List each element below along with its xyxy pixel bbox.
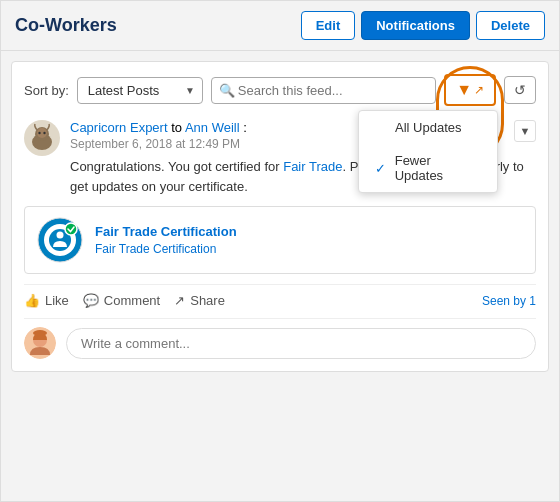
- seen-by-label: Seen by 1: [482, 294, 536, 308]
- refresh-button[interactable]: ↺: [504, 76, 536, 104]
- header-actions: Edit Notifications Delete: [301, 11, 545, 40]
- attachment-subtitle: Fair Trade Certification: [95, 242, 237, 256]
- header: Co-Workers Edit Notifications Delete: [1, 1, 559, 51]
- post-recipient-link[interactable]: Ann Weill: [185, 120, 240, 135]
- actions-bar: 👍 Like 💬 Comment ↗ Share Seen by 1: [24, 284, 536, 308]
- edit-button[interactable]: Edit: [301, 11, 356, 40]
- page-title: Co-Workers: [15, 15, 117, 36]
- checkmark-icon: [375, 120, 389, 135]
- main-content: Sort by: Latest Posts Recent Activity Mo…: [11, 61, 549, 372]
- attachment-card: Fair Trade Certification Fair Trade Cert…: [24, 206, 536, 274]
- post-recipient-colon: :: [243, 120, 247, 135]
- share-button[interactable]: ↗ Share: [174, 293, 225, 308]
- svg-point-13: [33, 330, 47, 336]
- svg-point-5: [43, 132, 45, 134]
- share-label: Share: [190, 293, 225, 308]
- sort-label: Sort by:: [24, 83, 69, 98]
- notifications-button[interactable]: Notifications: [361, 11, 470, 40]
- like-button[interactable]: 👍 Like: [24, 293, 69, 308]
- checked-icon: ✓: [375, 161, 389, 176]
- refresh-icon: ↺: [514, 82, 526, 98]
- fair-trade-link[interactable]: Fair Trade: [283, 159, 342, 174]
- sort-select-wrapper: Latest Posts Recent Activity Most Popula…: [77, 77, 203, 104]
- share-icon: ↗: [174, 293, 185, 308]
- like-label: Like: [45, 293, 69, 308]
- filter-fewer-updates[interactable]: ✓ Fewer Updates: [359, 144, 497, 192]
- attachment-logo: [37, 217, 83, 263]
- delete-button[interactable]: Delete: [476, 11, 545, 40]
- sort-row: Sort by: Latest Posts Recent Activity Mo…: [24, 74, 536, 106]
- filter-dropdown-area: ▼ ↗ All Updates ✓ Fewer Updates: [444, 74, 496, 106]
- chevron-down-icon: ▼: [520, 125, 531, 137]
- svg-point-9: [57, 232, 64, 239]
- attachment-info: Fair Trade Certification Fair Trade Cert…: [95, 224, 237, 256]
- all-updates-label: All Updates: [395, 120, 461, 135]
- page-wrapper: Co-Workers Edit Notifications Delete Sor…: [0, 0, 560, 502]
- sort-select[interactable]: Latest Posts Recent Activity Most Popula…: [77, 77, 203, 104]
- filter-icon: ▼: [456, 81, 472, 99]
- post-author-link[interactable]: Capricorn Expert: [70, 120, 168, 135]
- search-icon: 🔍: [219, 83, 235, 98]
- filter-all-updates[interactable]: All Updates: [359, 111, 497, 144]
- search-wrapper: 🔍: [211, 77, 436, 104]
- comment-box: [24, 318, 536, 359]
- like-icon: 👍: [24, 293, 40, 308]
- fewer-updates-label: Fewer Updates: [395, 153, 481, 183]
- svg-point-4: [38, 132, 40, 134]
- cursor-icon: ↗: [474, 83, 484, 97]
- filter-button[interactable]: ▼ ↗: [444, 74, 496, 106]
- avatar: [24, 120, 60, 156]
- filter-dropdown-menu: All Updates ✓ Fewer Updates: [358, 110, 498, 193]
- post-to-label: to: [171, 120, 182, 135]
- svg-point-10: [65, 223, 77, 235]
- expand-button[interactable]: ▼: [514, 120, 536, 142]
- comment-label: Comment: [104, 293, 160, 308]
- commenter-avatar: [24, 327, 56, 359]
- comment-icon: 💬: [83, 293, 99, 308]
- search-input[interactable]: [211, 77, 436, 104]
- comment-input[interactable]: [66, 328, 536, 359]
- attachment-title[interactable]: Fair Trade Certification: [95, 224, 237, 239]
- comment-button[interactable]: 💬 Comment: [83, 293, 160, 308]
